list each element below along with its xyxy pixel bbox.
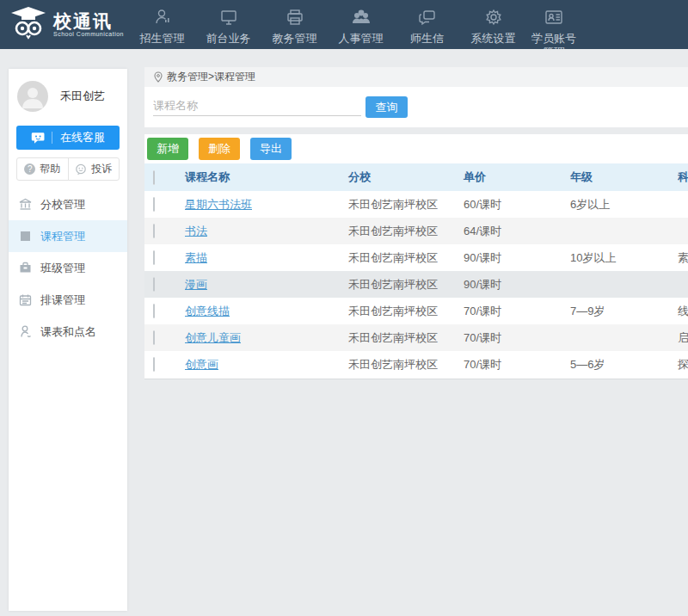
online-service-label: 在线客服 (60, 130, 105, 145)
subject-cell: 线 (678, 304, 688, 319)
export-button[interactable]: 导出 (250, 138, 292, 160)
course-name-input[interactable] (153, 95, 361, 116)
owl-logo-icon (9, 5, 48, 44)
avatar (17, 81, 48, 112)
chat-bubble-icon (31, 131, 46, 145)
course-link[interactable]: 星期六书法班 (185, 198, 252, 211)
sidebar-item-timetable-rollcall[interactable]: 课表和点名 (9, 316, 127, 348)
nav-item-student-accounts[interactable]: 学员账号管理 (526, 7, 581, 49)
delete-button[interactable]: 删除 (199, 138, 240, 160)
grade-cell: 5—6岁 (570, 357, 678, 373)
nav-item-academic[interactable]: 教务管理 (261, 7, 328, 46)
column-header-price: 单价 (464, 169, 570, 185)
grade-cell: 7—9岁 (570, 304, 678, 319)
breadcrumb-text: 教务管理>课程管理 (167, 70, 255, 84)
row-checkbox[interactable] (153, 304, 155, 318)
row-checkbox[interactable] (153, 224, 155, 238)
column-header-name: 课程名称 (185, 169, 348, 185)
main-content: 教务管理>课程管理 查询 新增 删除 导出 课程名称 分校 单价 年级 科 星期… (144, 67, 688, 379)
logo-subtitle: School Communication (53, 31, 124, 37)
top-navigation-bar: 校通讯 School Communication 招生管理 前台业务 (0, 0, 688, 49)
app-logo[interactable]: 校通讯 School Communication (0, 0, 129, 49)
nav-item-label: 师生信 (402, 32, 453, 46)
logo-text: 校通讯 School Communication (53, 12, 124, 37)
nav-item-messages[interactable]: 师生信 (394, 7, 460, 46)
branch-cell: 禾田创艺南坪校区 (348, 250, 464, 266)
briefcase-icon (18, 261, 33, 275)
search-panel: 查询 (144, 87, 688, 127)
complaint-label: 投诉 (91, 162, 112, 176)
calendar-icon (18, 293, 33, 307)
add-button[interactable]: 新增 (147, 138, 188, 160)
course-table: 课程名称 分校 单价 年级 科 星期六书法班 禾田创艺南坪校区 60/课时 6岁… (144, 163, 688, 378)
course-link[interactable]: 素描 (185, 251, 207, 264)
row-checkbox[interactable] (153, 357, 155, 372)
price-cell: 70/课时 (464, 304, 570, 319)
toolbar: 新增 删除 导出 (144, 134, 688, 163)
question-icon: ? (24, 163, 35, 175)
roster-icon (18, 324, 33, 339)
table-panel: 新增 删除 导出 课程名称 分校 单价 年级 科 星期六书法班 禾田创艺南坪校区… (144, 134, 688, 379)
button-divider (52, 132, 52, 144)
sidebar-item-label: 排课管理 (40, 293, 85, 308)
price-cell: 60/课时 (464, 197, 570, 213)
sidebar-item-course-management[interactable]: 课程管理 (9, 220, 127, 252)
user-profile[interactable]: 禾田创艺 (9, 69, 127, 122)
sidebar-item-branch-management[interactable]: 分校管理 (9, 188, 127, 220)
branch-cell: 禾田创艺南坪校区 (348, 330, 464, 346)
subject-cell: 启 (678, 330, 688, 346)
branch-cell: 禾田创艺南坪校区 (348, 197, 464, 213)
nav-item-enrollment[interactable]: 招生管理 (129, 7, 195, 46)
help-button[interactable]: ? 帮助 (17, 158, 68, 180)
row-checkbox[interactable] (153, 277, 155, 292)
gear-icon (484, 7, 503, 28)
course-link[interactable]: 书法 (185, 225, 207, 237)
nav-item-hr[interactable]: 人事管理 (328, 7, 394, 46)
sidebar-item-schedule-management[interactable]: 排课管理 (9, 284, 127, 316)
subject-cell: 素 (678, 250, 688, 266)
course-link[interactable]: 漫画 (185, 278, 207, 291)
course-link[interactable]: 创意线描 (185, 305, 230, 317)
chat-icon (418, 7, 437, 28)
price-cell: 70/课时 (464, 357, 570, 373)
online-service-button[interactable]: 在线客服 (16, 126, 120, 150)
nav-items: 招生管理 前台业务 教务管理 (129, 0, 581, 49)
location-pin-icon (153, 71, 163, 83)
help-complaint-row: ? 帮助 投诉 (16, 157, 120, 181)
row-checkbox[interactable] (153, 250, 155, 265)
sidebar-item-label: 课表和点名 (40, 324, 96, 340)
nav-item-label: 前台业务 (203, 32, 255, 46)
table-row: 创意线描 禾田创艺南坪校区 70/课时 7—9岁 线 (144, 298, 688, 324)
branch-cell: 禾田创艺南坪校区 (348, 304, 464, 319)
sidebar-item-label: 班级管理 (40, 261, 85, 276)
nav-item-settings[interactable]: 系统设置 (460, 7, 526, 46)
row-checkbox[interactable] (153, 197, 155, 212)
complaint-button[interactable]: 投诉 (68, 158, 120, 180)
select-all-checkbox[interactable] (153, 170, 155, 185)
user-name: 禾田创艺 (60, 89, 105, 104)
branch-cell: 禾田创艺南坪校区 (348, 224, 464, 239)
table-row: 星期六书法班 禾田创艺南坪校区 60/课时 6岁以上 (144, 191, 688, 218)
price-cell: 90/课时 (464, 250, 570, 266)
price-cell: 70/课时 (464, 330, 570, 346)
column-header-branch: 分校 (348, 169, 464, 185)
course-link[interactable]: 创意儿童画 (185, 331, 241, 344)
feedback-bubble-icon (75, 163, 87, 176)
grade-cell: 10岁以上 (570, 250, 678, 266)
id-card-icon (544, 7, 564, 28)
price-cell: 64/课时 (464, 224, 570, 239)
nav-item-frontdesk[interactable]: 前台业务 (195, 7, 261, 46)
branch-cell: 禾田创艺南坪校区 (348, 357, 464, 373)
row-checkbox[interactable] (153, 330, 155, 345)
course-link[interactable]: 创意画 (185, 358, 218, 371)
sidebar-item-label: 分校管理 (40, 197, 85, 213)
query-button[interactable]: 查询 (366, 96, 408, 118)
help-label: 帮助 (40, 162, 60, 176)
nav-item-label: 招生管理 (137, 32, 188, 46)
nav-item-label: 系统设置 (468, 32, 519, 46)
sidebar-item-class-management[interactable]: 班级管理 (9, 252, 127, 284)
book-icon (18, 229, 33, 243)
person-icon (153, 7, 172, 28)
subject-cell: 探 (678, 357, 688, 373)
column-header-subject: 科 (678, 169, 688, 185)
